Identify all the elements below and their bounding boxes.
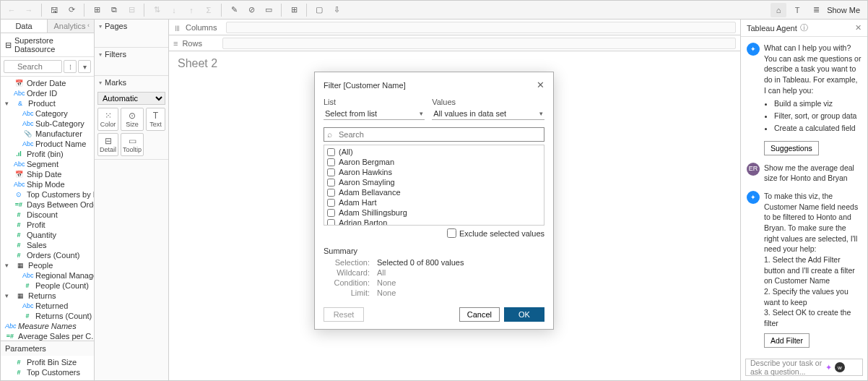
dialog-close-button[interactable]: ✕: [537, 80, 544, 90]
totals-button[interactable]: Σ: [201, 3, 217, 17]
info-icon[interactable]: ⓘ: [800, 22, 808, 33]
format-icon[interactable]: T: [789, 3, 805, 17]
field-people-count[interactable]: #People (Count): [1, 281, 94, 291]
tab-analytics[interactable]: Analytics‹: [48, 20, 94, 33]
mark-color[interactable]: ⁙Color: [97, 108, 118, 131]
field-regional-manager[interactable]: AbcRegional Manager: [1, 270, 94, 281]
filters-card[interactable]: Filters: [95, 48, 168, 76]
summary-grid: Selection:Selected 0 of 800 values Wildc…: [329, 258, 544, 297]
field-product[interactable]: ▾&Product: [1, 98, 94, 108]
list-mode-select[interactable]: Select from list: [324, 108, 425, 120]
field-orders-count[interactable]: #Orders (Count): [1, 250, 94, 260]
suggestions-button[interactable]: Suggestions: [764, 141, 819, 155]
mark-text[interactable]: TText: [146, 108, 165, 131]
exclude-checkbox[interactable]: Exclude selected values: [447, 228, 544, 238]
field-search-input[interactable]: [4, 60, 62, 73]
marks-card: Marks Automatic ⁙Color ⊙Size TText ⊟Deta…: [95, 76, 168, 160]
show-labels-button[interactable]: ▭: [261, 3, 277, 17]
mark-type-select[interactable]: Automatic: [97, 92, 165, 105]
param-profit-bin-size[interactable]: #Profit Bin Size: [1, 357, 94, 367]
cards-column: Pages Filters Marks Automatic ⁙Color ⊙Si…: [95, 20, 169, 380]
add-filter-button[interactable]: Add Filter: [764, 333, 810, 348]
sort-asc-button[interactable]: ↓: [166, 3, 182, 17]
cancel-button[interactable]: Cancel: [459, 307, 500, 322]
field-days-between[interactable]: =#Days Between Orde...: [1, 200, 94, 210]
field-segment[interactable]: AbcSegment: [1, 159, 94, 169]
sort-desc-button[interactable]: ↑: [183, 3, 199, 17]
field-ship-mode[interactable]: AbcShip Mode: [1, 179, 94, 189]
filter-item-all[interactable]: (All): [327, 147, 541, 157]
clear-button[interactable]: ⊟: [123, 3, 139, 17]
reset-button[interactable]: Reset: [324, 307, 364, 322]
table-returns[interactable]: ▾▦Returns: [1, 291, 94, 301]
save-button[interactable]: 🖫: [46, 3, 62, 17]
agent-response-2: 1. Select the Add Filter button and I'll…: [764, 254, 862, 286]
field-quantity[interactable]: #Quantity: [1, 230, 94, 240]
field-manufacturer[interactable]: 📎Manufacturer: [1, 129, 94, 139]
agent-input[interactable]: Describe your task or ask a question... …: [745, 359, 863, 376]
search-options-button[interactable]: ⫶: [64, 60, 77, 73]
field-returned[interactable]: AbcReturned: [1, 301, 94, 311]
mark-size[interactable]: ⊙Size: [121, 108, 144, 131]
download-button[interactable]: ⇩: [329, 3, 344, 17]
group-button[interactable]: ⊘: [243, 3, 259, 17]
field-order-date[interactable]: 📅Order Date: [1, 78, 94, 88]
agent-response-4: 3. Select OK to create the filter: [764, 307, 862, 328]
agent-intro2: You can ask me questions or describe a t…: [764, 53, 862, 96]
show-me-panel-toggle[interactable]: ⌂ T ≣ Show Me: [766, 3, 864, 17]
field-avg-sales[interactable]: =#Average Sales per C...: [1, 331, 94, 341]
filter-item[interactable]: Adam Shillingsburg: [327, 207, 541, 218]
field-sub-category[interactable]: AbcSub-Category: [1, 119, 94, 129]
mark-detail[interactable]: ⊟Detail: [97, 133, 118, 156]
field-order-id[interactable]: AbcOrder ID: [1, 88, 94, 98]
swap-button[interactable]: ⇅: [149, 3, 165, 17]
fit-button[interactable]: ⊞: [286, 3, 302, 17]
field-returns-count[interactable]: #Returns (Count): [1, 311, 94, 321]
datasource-row[interactable]: ⊟ Superstore Datasource: [1, 33, 94, 57]
rows-shelf[interactable]: ≡ Rows: [169, 35, 740, 51]
tab-data[interactable]: Data: [1, 20, 48, 33]
field-profit[interactable]: #Profit: [1, 220, 94, 230]
pages-card[interactable]: Pages: [95, 20, 168, 48]
filter-search-input[interactable]: [324, 127, 544, 142]
duplicate-button[interactable]: ⧉: [106, 3, 122, 17]
list-label: List: [324, 98, 425, 106]
values-mode-select[interactable]: All values in data set: [432, 108, 544, 120]
revert-button[interactable]: ⟳: [64, 3, 79, 17]
filter-item[interactable]: Aaron Bergman: [327, 157, 541, 167]
field-ship-date[interactable]: 📅Ship Date: [1, 169, 94, 179]
presentation-button[interactable]: ▢: [311, 3, 327, 17]
columns-shelf[interactable]: ⫼ Columns: [169, 20, 740, 35]
tooltip-icon: ▭: [123, 136, 142, 146]
send-icon[interactable]: w: [835, 362, 845, 372]
field-profit-bin[interactable]: .ılProfit (bin): [1, 149, 94, 159]
table-people[interactable]: ▾▦People: [1, 260, 94, 270]
field-top-customers[interactable]: ⊙Top Customers by P...: [1, 189, 94, 200]
mark-tooltip[interactable]: ▭Tooltip: [121, 133, 144, 156]
filter-item[interactable]: Adam Hart: [327, 197, 541, 207]
field-product-name[interactable]: AbcProduct Name: [1, 139, 94, 149]
filter-dialog: Filter [Customer Name] ✕ List Select fro…: [314, 72, 554, 330]
back-button[interactable]: ←: [4, 3, 19, 17]
field-sales[interactable]: #Sales: [1, 240, 94, 250]
rows-drop-zone[interactable]: [222, 38, 736, 49]
highlight-button[interactable]: ✎: [226, 3, 242, 17]
filter-item[interactable]: Aaron Hawkins: [327, 167, 541, 177]
field-measure-names[interactable]: AbcMeasure Names: [1, 321, 94, 331]
new-worksheet-button[interactable]: ⊞: [89, 3, 105, 17]
filter-item[interactable]: Aaron Smayling: [327, 177, 541, 187]
showme-icon[interactable]: ≣: [808, 3, 824, 17]
field-discount[interactable]: #Discount: [1, 210, 94, 220]
filter-values-list[interactable]: (All) Aaron Bergman Aaron Hawkins Aaron …: [324, 145, 544, 226]
filter-item[interactable]: Adrian Barton: [327, 218, 541, 226]
ok-button[interactable]: OK: [504, 307, 544, 322]
data-guide-icon[interactable]: ⌂: [771, 3, 786, 17]
size-icon: ⊙: [123, 111, 142, 121]
filter-item[interactable]: Adam Bellavance: [327, 187, 541, 197]
field-category[interactable]: AbcCategory: [1, 108, 94, 119]
search-dropdown-button[interactable]: ▾: [78, 60, 91, 73]
agent-close-button[interactable]: ✕: [855, 23, 862, 33]
columns-drop-zone[interactable]: [226, 22, 736, 33]
param-top-customers[interactable]: #Top Customers: [1, 367, 94, 377]
forward-button[interactable]: →: [21, 3, 37, 17]
